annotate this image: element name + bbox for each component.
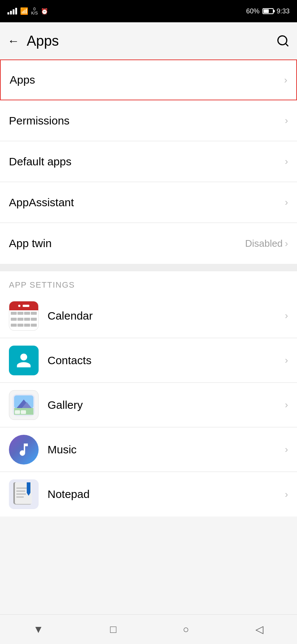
search-button[interactable] [276, 34, 290, 48]
status-bar-right: 60% 9:33 [246, 7, 290, 15]
nav-back-button[interactable]: ◁ [244, 619, 275, 639]
gallery-right: › [285, 399, 288, 411]
section-separator [0, 264, 297, 271]
menu-item-default-apps-left: Default apps [9, 155, 285, 168]
wifi-icon: 📶 [20, 7, 28, 15]
svg-rect-18 [16, 496, 24, 498]
svg-rect-13 [27, 482, 30, 493]
chevron-right-notepad: › [285, 489, 288, 500]
svg-rect-8 [21, 410, 26, 414]
status-bar-left: 📶 0 K/S ⏰ [7, 7, 48, 15]
svg-rect-15 [16, 488, 27, 489]
menu-item-apps-label: Apps [10, 74, 35, 86]
back-arrow-icon: ← [7, 34, 19, 48]
menu-item-appassistant-left: AppAssistant [9, 196, 285, 209]
search-icon [276, 34, 290, 48]
nav-recent-button[interactable]: □ [99, 620, 127, 639]
menu-item-appassistant-right: › [285, 197, 288, 208]
app-item-gallery[interactable]: Gallery › [0, 383, 297, 427]
music-label: Music [48, 443, 76, 456]
calendar-right: › [285, 310, 288, 321]
nav-bar: ▼ □ ○ ◁ [0, 614, 297, 644]
calendar-label: Calendar [48, 310, 93, 322]
app-settings-header: APP SETTINGS [0, 271, 297, 294]
app-item-contacts[interactable]: Contacts › [0, 338, 297, 383]
menu-item-permissions-right: › [285, 115, 288, 126]
battery-percent: 60% [246, 7, 260, 15]
menu-item-app-twin-label: App twin [9, 237, 52, 250]
app-settings-section: APP SETTINGS [0, 271, 297, 517]
gallery-icon [9, 390, 39, 420]
svg-line-1 [285, 43, 288, 46]
app-item-notepad-left: Notepad [9, 479, 89, 509]
page-title: Apps [27, 33, 59, 49]
chevron-right-icon-4: › [285, 197, 288, 208]
nav-down-icon: ▼ [33, 624, 44, 635]
app-item-gallery-left: Gallery [9, 390, 83, 420]
chevron-right-icon-2: › [285, 115, 288, 126]
nav-home-button[interactable]: ○ [172, 620, 200, 639]
gallery-label: Gallery [48, 399, 83, 411]
menu-item-permissions[interactable]: Permissions › [0, 100, 297, 141]
svg-rect-17 [16, 493, 26, 495]
music-icon [9, 435, 39, 465]
menu-item-apps[interactable]: Apps › [0, 59, 297, 100]
menu-item-default-apps-right: › [285, 156, 288, 167]
app-item-calendar-left: Calendar [9, 301, 93, 331]
menu-item-appassistant-label: AppAssistant [9, 196, 74, 209]
svg-rect-16 [16, 491, 25, 492]
chevron-right-gallery: › [285, 399, 288, 411]
app-settings-title: APP SETTINGS [9, 280, 75, 289]
chevron-right-icon-3: › [285, 156, 288, 167]
back-button[interactable]: ← [7, 34, 19, 48]
menu-item-appassistant[interactable]: AppAssistant › [0, 182, 297, 223]
contacts-right: › [285, 355, 288, 366]
menu-item-app-twin[interactable]: App twin Disabled › [0, 223, 297, 264]
nav-square-icon: □ [110, 624, 116, 635]
data-speed: 0 K/S [31, 7, 38, 15]
notepad-right: › [285, 489, 288, 500]
menu-item-apps-right: › [284, 74, 287, 86]
time-display: 9:33 [277, 7, 290, 15]
header: ← Apps [0, 22, 297, 59]
battery-icon [262, 8, 274, 14]
chevron-right-icon-5: › [285, 238, 288, 249]
notepad-label: Notepad [48, 488, 89, 501]
chevron-right-icon: › [284, 74, 287, 86]
app-item-contacts-left: Contacts [9, 346, 91, 375]
status-bar: 📶 0 K/S ⏰ 60% 9:33 [0, 0, 297, 22]
calendar-icon [9, 301, 39, 331]
contacts-icon [9, 346, 39, 375]
app-item-music[interactable]: Music › [0, 427, 297, 472]
music-right: › [285, 444, 288, 455]
nav-down-button[interactable]: ▼ [22, 620, 55, 639]
svg-rect-7 [15, 410, 20, 414]
menu-item-permissions-label: Permissions [9, 114, 69, 127]
nav-circle-icon: ○ [183, 624, 189, 635]
chevron-right-calendar: › [285, 310, 288, 321]
menu-item-app-twin-left: App twin [9, 237, 245, 250]
chevron-right-contacts: › [285, 355, 288, 366]
menu-list: Apps › Permissions › Default apps › AppA… [0, 59, 297, 264]
contacts-label: Contacts [48, 354, 91, 367]
alarm-icon: ⏰ [41, 8, 48, 15]
notepad-icon [9, 479, 39, 509]
menu-item-default-apps-label: Default apps [9, 155, 71, 168]
menu-item-apps-left: Apps [10, 74, 284, 86]
app-item-calendar[interactable]: Calendar › [0, 294, 297, 338]
app-item-music-left: Music [9, 435, 76, 465]
menu-item-app-twin-right: Disabled › [245, 238, 288, 249]
header-left: ← Apps [7, 33, 59, 49]
app-twin-value: Disabled [245, 238, 283, 249]
app-item-notepad[interactable]: Notepad › [0, 472, 297, 517]
nav-back-icon: ◁ [255, 623, 264, 635]
menu-item-permissions-left: Permissions [9, 114, 285, 127]
menu-item-default-apps[interactable]: Default apps › [0, 141, 297, 182]
signal-icon [7, 8, 17, 14]
chevron-right-music: › [285, 444, 288, 455]
